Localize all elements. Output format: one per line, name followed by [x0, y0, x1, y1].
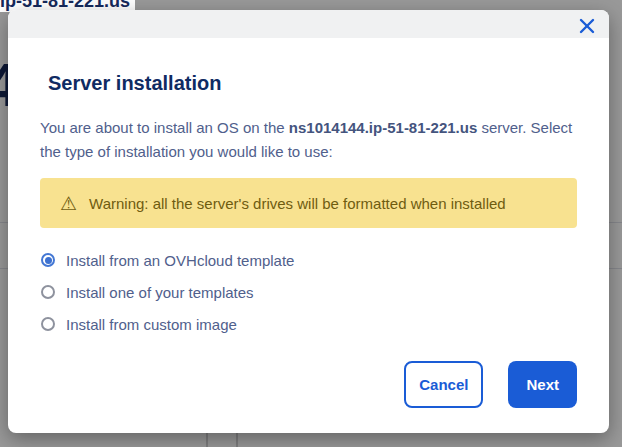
dialog-title: Server installation [48, 72, 577, 95]
next-button[interactable]: Next [508, 361, 577, 408]
radio-option-0[interactable]: Install from an OVHcloud template [41, 248, 577, 272]
radio-option-label: Install from an OVHcloud template [66, 252, 294, 269]
server-name: ns1014144.ip-51-81-221.us [289, 119, 477, 136]
dialog-header [8, 10, 609, 38]
server-installation-dialog: Server installation You are about to ins… [8, 10, 609, 433]
close-button[interactable] [578, 17, 596, 35]
radio-button-icon[interactable] [41, 317, 55, 331]
radio-option-2[interactable]: Install from custom image [41, 312, 577, 336]
radio-button-icon[interactable] [41, 253, 55, 267]
radio-button-icon[interactable] [41, 285, 55, 299]
dialog-actions: Cancel Next [404, 361, 577, 408]
warning-banner: ⚠ Warning: all the server's drives will … [40, 178, 577, 228]
dialog-description: You are about to install an OS on the ns… [40, 116, 577, 164]
description-pre: You are about to install an OS on the [40, 119, 289, 136]
warning-triangle-icon: ⚠ [60, 194, 77, 213]
radio-option-label: Install one of your templates [66, 284, 254, 301]
warning-text: Warning: all the server's drives will be… [89, 195, 506, 212]
close-icon [579, 18, 595, 34]
radio-option-1[interactable]: Install one of your templates [41, 280, 577, 304]
radio-option-label: Install from custom image [66, 316, 237, 333]
installation-type-options: Install from an OVHcloud template Instal… [41, 248, 577, 336]
cancel-button[interactable]: Cancel [404, 361, 483, 408]
